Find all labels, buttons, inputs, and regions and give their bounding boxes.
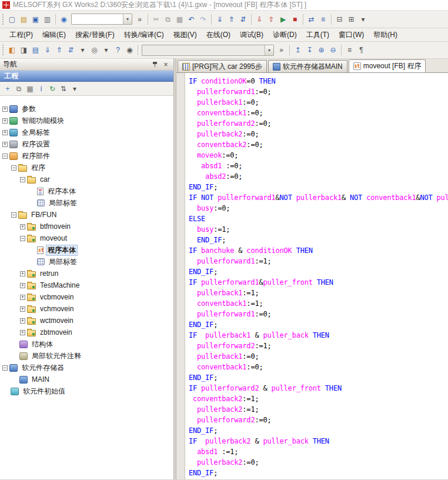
cut-icon[interactable]: ✂ bbox=[151, 14, 162, 25]
toolbar-grip[interactable] bbox=[2, 14, 4, 25]
navigation-window-icon[interactable]: ◧ bbox=[6, 45, 18, 56]
tree-item-btfmovein[interactable]: +btfmovein bbox=[0, 221, 173, 232]
menu-item-10[interactable]: 窗口(W) bbox=[334, 28, 369, 42]
monitor-stop-icon[interactable]: ■ bbox=[289, 14, 300, 25]
tree-item-zbtmovein[interactable]: +zbtmovein bbox=[0, 326, 173, 338]
paste-icon[interactable]: ▦ bbox=[174, 14, 185, 25]
expander-icon[interactable]: + bbox=[20, 318, 25, 324]
open-project-icon[interactable]: ▤ bbox=[18, 14, 29, 25]
code-line-27[interactable]: pullerback1:=0; bbox=[189, 351, 448, 362]
new-data-icon[interactable]: + bbox=[2, 84, 13, 94]
tree-item-moveout[interactable]: −moveout bbox=[0, 232, 173, 244]
tree-item-FB/FUN[interactable]: −FB/FUN bbox=[0, 209, 173, 221]
code-line-20[interactable]: IF pullerforward1&puller_front THEN bbox=[189, 277, 448, 288]
expander-icon[interactable]: + bbox=[20, 306, 25, 312]
code-line-24[interactable]: END_IF; bbox=[189, 319, 448, 330]
expander-icon[interactable]: − bbox=[11, 165, 16, 171]
ladder-mode-icon[interactable]: ⊟ bbox=[334, 14, 345, 25]
expander-icon[interactable]: − bbox=[20, 236, 25, 241]
monitor-start-icon[interactable]: ▶ bbox=[278, 14, 289, 25]
code-line-38[interactable]: END_IF; bbox=[189, 468, 448, 478]
tree-item-智能功能模块[interactable]: +智能功能模块 bbox=[0, 115, 173, 126]
code-line-13[interactable]: busy:=0; bbox=[189, 203, 448, 214]
tree-item-wctmovein[interactable]: +wctmovein bbox=[0, 315, 173, 326]
code-line-11[interactable]: END_IF; bbox=[189, 182, 448, 192]
code-line-26[interactable]: pullerforward2:=1; bbox=[189, 341, 448, 351]
device-monitor-icon[interactable]: ⇵ bbox=[65, 45, 76, 56]
copy-icon[interactable]: ⧉ bbox=[162, 14, 173, 25]
tree-item-软元件初始值[interactable]: 软元件初始值 bbox=[0, 385, 173, 397]
code-line-30[interactable]: IF pullerforward2 & puller_front THEN bbox=[189, 383, 448, 394]
expander-icon[interactable]: + bbox=[2, 130, 8, 135]
expander-icon[interactable]: − bbox=[11, 212, 16, 218]
address-combo-dropdown-icon[interactable]: ▾ bbox=[265, 45, 273, 55]
expander-icon[interactable]: + bbox=[20, 295, 25, 300]
device-batch-icon[interactable]: ≡ bbox=[317, 14, 329, 25]
code-line-3[interactable]: pullerback1:=0; bbox=[189, 97, 448, 108]
expander-icon[interactable]: − bbox=[2, 365, 8, 371]
tab-3[interactable]: stmoveout [FB] 程序 bbox=[349, 59, 426, 73]
program-common-icon[interactable]: ◉ bbox=[58, 14, 69, 25]
expander-icon[interactable]: + bbox=[2, 106, 8, 112]
tree-item-局部标签[interactable]: 局部标签 bbox=[0, 256, 173, 268]
ladder-symbol-up-icon[interactable]: ↥ bbox=[292, 45, 303, 56]
expander-icon[interactable]: + bbox=[2, 142, 8, 147]
code-line-25[interactable]: IF pullerback1 & puller_back THEN bbox=[189, 330, 448, 341]
code-line-7[interactable]: conventback2:=0; bbox=[189, 139, 448, 150]
close-icon[interactable]: × bbox=[161, 60, 170, 69]
output-window-icon[interactable]: ▤ bbox=[30, 45, 41, 56]
expander-icon[interactable]: − bbox=[20, 177, 25, 182]
code-line-36[interactable]: absd1 :=1; bbox=[189, 446, 448, 457]
toolbar-grip-2[interactable] bbox=[2, 45, 4, 55]
function-block-window-icon[interactable]: ◨ bbox=[18, 45, 29, 56]
code-line-31[interactable]: conventback2:=1; bbox=[189, 394, 448, 404]
tree-item-软元件存储器[interactable]: −软元件存储器 bbox=[0, 362, 173, 374]
st-mode-icon[interactable]: ⊞ bbox=[346, 14, 357, 25]
tree-item-retrun[interactable]: +retrun bbox=[0, 268, 173, 279]
help-icon[interactable]: ? bbox=[112, 45, 123, 56]
code-line-32[interactable]: pullerback2:=1; bbox=[189, 404, 448, 415]
redo-icon[interactable]: ↷ bbox=[198, 14, 209, 25]
refresh-icon[interactable]: ↻ bbox=[47, 84, 58, 94]
code-line-15[interactable]: busy:=1; bbox=[189, 224, 448, 235]
menu-item-11[interactable]: 帮助(H) bbox=[369, 28, 402, 42]
ladder-symbol-add-icon[interactable]: ⊕ bbox=[316, 45, 327, 56]
tree-item-程序部件[interactable]: −程序部件 bbox=[0, 150, 173, 162]
toolbar2-overflow-icon[interactable]: » bbox=[276, 45, 287, 56]
tree-item-car[interactable]: −car bbox=[0, 174, 173, 185]
mode-dropdown-icon[interactable]: ▾ bbox=[357, 14, 369, 25]
sort-icon[interactable]: ⇅ bbox=[58, 84, 69, 94]
code-line-8[interactable]: moveok:=0; bbox=[189, 150, 448, 161]
tree-item-全局标签[interactable]: +全局标签 bbox=[0, 126, 173, 138]
tree-item-局部软元件注释[interactable]: 局部软元件注释 bbox=[0, 350, 173, 362]
device-test-icon[interactable]: ⇄ bbox=[306, 14, 317, 25]
ladder-symbol-remove-icon[interactable]: ⊖ bbox=[327, 45, 339, 56]
tree-item-MAIN[interactable]: MAIN bbox=[0, 374, 173, 385]
save-project-icon[interactable]: ▣ bbox=[30, 14, 41, 25]
menu-item-5[interactable]: 视图(V) bbox=[169, 28, 202, 42]
menu-item-9[interactable]: 工具(T) bbox=[302, 28, 334, 42]
sort-dropdown-icon[interactable]: ▾ bbox=[69, 84, 80, 94]
menu-item-3[interactable]: 搜索/替换(F) bbox=[71, 28, 119, 42]
menu-item-7[interactable]: 调试(B) bbox=[235, 28, 268, 42]
toolbar-overflow-icon[interactable]: » bbox=[134, 14, 145, 25]
copy-data-icon[interactable]: ⧉ bbox=[14, 84, 24, 94]
code-line-37[interactable]: pullerback2:=0; bbox=[189, 457, 448, 468]
expander-icon[interactable]: − bbox=[2, 154, 8, 159]
tree-item-vchmovein[interactable]: +vchmovein bbox=[0, 303, 173, 315]
device-read-icon[interactable]: ⇑ bbox=[226, 14, 237, 25]
plc-read-icon[interactable]: ⇧ bbox=[266, 14, 277, 25]
comment-display-icon[interactable]: ≡ bbox=[344, 45, 355, 56]
address-combo[interactable]: ▾ bbox=[142, 45, 274, 56]
menu-item-2[interactable]: 编辑(E) bbox=[38, 28, 71, 42]
expander-icon[interactable]: + bbox=[20, 271, 25, 276]
zoom-dropdown-icon[interactable]: ▾ bbox=[101, 45, 112, 56]
new-project-icon[interactable]: ▢ bbox=[6, 14, 18, 25]
code-line-19[interactable]: END_IF; bbox=[189, 266, 448, 277]
data-select-combo[interactable]: ▾ bbox=[71, 14, 132, 25]
paste-data-icon[interactable]: ▦ bbox=[25, 84, 35, 94]
code-line-6[interactable]: pullerback2:=0; bbox=[189, 129, 448, 139]
code-line-18[interactable]: pullerforward1:=1; bbox=[189, 256, 448, 266]
code-line-12[interactable]: IF NOT pullerforward1&NOT pullerback1& N… bbox=[189, 192, 448, 203]
menu-item-4[interactable]: 转换/编译(C) bbox=[119, 28, 169, 42]
